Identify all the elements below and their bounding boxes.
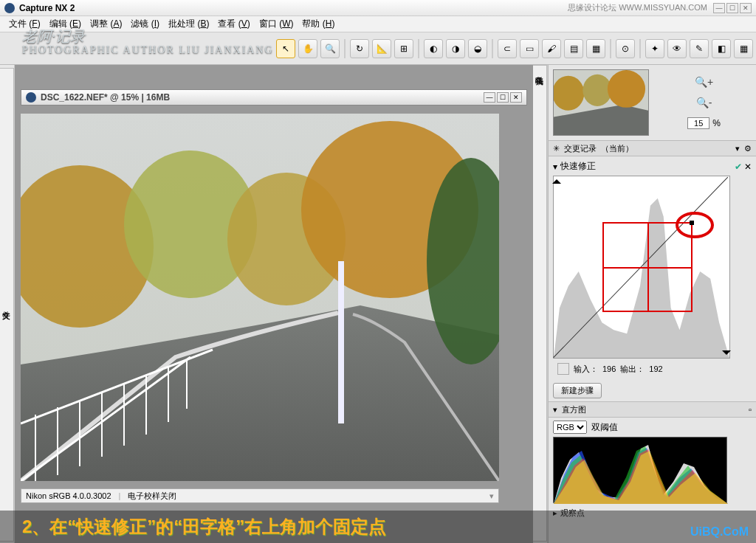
sparkle-icon: ✳ (553, 144, 560, 153)
main-area: 文件夹 浏览器 元数据 DSC_1622.NEF* @ 15% | 16MB —… (0, 65, 756, 543)
panel-menu-icon[interactable]: ▫ (749, 405, 752, 414)
menubar: 文件 (F) 编辑 (E) 调整 (A) 滤镜 (I) 批处理 (B) 查看 (… (0, 16, 756, 32)
arrow-tool[interactable]: ↖ (276, 39, 295, 58)
right-panel: 🔍+ 🔍- % ✳ 交更记录 （当前） ▾ ⚙ ▾ 快速修正 ✔ ✕ (548, 65, 756, 543)
maximize-button[interactable]: ☐ (726, 3, 738, 13)
zoom-in-icon[interactable]: 🔍+ (695, 76, 713, 88)
histogram-panel: RGB 双阈值 (549, 418, 756, 506)
black-arrow-br (722, 350, 731, 359)
newstep-row: 新建步骤 (549, 380, 756, 401)
hand-tool[interactable]: ✋ (298, 39, 317, 58)
auto-retouch-tool[interactable]: ✦ (645, 39, 664, 58)
chevron-down-icon[interactable]: ▾ (489, 491, 494, 501)
straighten-tool[interactable]: 📐 (372, 39, 391, 58)
image-view[interactable] (21, 114, 499, 481)
black-arrow-tl (552, 175, 561, 184)
brush-tool[interactable]: 🖌 (542, 39, 561, 58)
tab-birdseye[interactable]: 鸟瞰镜头 (532, 65, 547, 542)
doc-minimize[interactable]: — (484, 92, 495, 103)
right-tabs-col: 鸟瞰镜头 编辑列表 照片信息 (533, 65, 548, 543)
output-value: 192 (649, 364, 662, 373)
watermark: UiBQ.CoM (690, 525, 749, 539)
rgb-histogram (553, 437, 727, 503)
menu-help[interactable]: 帮助 (H) (298, 16, 339, 32)
status-bar: Nikon sRGB 4.0.0.3002 | 电子校样关闭 ▾ (21, 488, 499, 503)
zoom-out-icon[interactable]: 🔍- (696, 97, 712, 108)
redeye-tool[interactable]: 👁 (667, 39, 687, 58)
document-title: DSC_1622.NEF* @ 15% | 16MB (41, 92, 170, 103)
menu-batch[interactable]: 批处理 (B) (164, 16, 213, 32)
close-icon[interactable]: ✕ (744, 162, 752, 172)
channel-select[interactable]: RGB (553, 421, 587, 434)
brand-text: 思缘设计论坛 WWW.MISSYUAN.COM (568, 2, 707, 13)
svg-point-18 (553, 76, 584, 111)
close-button[interactable]: ✕ (740, 3, 752, 13)
newstep-button[interactable]: 新建步骤 (553, 383, 602, 398)
history-label: 交更记录 (564, 143, 597, 154)
menu-adjust[interactable]: 调整 (A) (86, 16, 126, 32)
pencil-icon[interactable] (557, 363, 569, 375)
curve-editor[interactable] (553, 176, 730, 359)
marquee-tool[interactable]: ▭ (520, 39, 539, 58)
control-point[interactable] (690, 221, 694, 225)
minimize-button[interactable]: — (713, 3, 725, 13)
tab-folder[interactable]: 文件夹 (0, 68, 14, 542)
selection-brush-tool[interactable]: ✎ (690, 39, 709, 58)
rotate-tool[interactable]: ↻ (350, 39, 369, 58)
neutral-point-tool[interactable]: ◒ (468, 39, 487, 58)
input-label: 输入： (574, 364, 598, 375)
gradient-tool[interactable]: ▤ (564, 39, 583, 58)
thumbnail[interactable] (553, 69, 649, 136)
io-row: 输入： 196 输出： 192 (553, 360, 752, 378)
selection-fill-tool[interactable]: ▦ (734, 39, 753, 58)
gear-icon[interactable]: ⚙ (744, 144, 752, 153)
svg-point-19 (583, 75, 611, 106)
app-icon (4, 3, 15, 13)
selection-gradient-tool[interactable]: ◧ (712, 39, 731, 58)
annotation-text: 2、在“快速修正”的“田字格”右上角加个固定点 (22, 515, 386, 539)
menu-window[interactable]: 窗口 (W) (255, 16, 298, 32)
svg-point-20 (608, 70, 645, 108)
expand-icon[interactable]: ▾ (553, 162, 557, 172)
history-header[interactable]: ✳ 交更记录 （当前） ▾ ⚙ (549, 140, 756, 156)
menu-edit[interactable]: 编辑 (E) (45, 16, 86, 32)
zoom-unit: % (712, 118, 721, 128)
crop-tool[interactable]: ⊞ (394, 39, 413, 58)
white-point-tool[interactable]: ◑ (446, 39, 465, 58)
titlebar: Capture NX 2 思缘设计论坛 WWW.MISSYUAN.COM — ☐… (0, 0, 756, 16)
canvas: DSC_1622.NEF* @ 15% | 16MB — ☐ ✕ (15, 65, 533, 543)
softproof-status: 电子校样关闭 (128, 491, 176, 502)
zoom-controls: 🔍+ 🔍- % (656, 69, 752, 136)
menu-filter[interactable]: 滤镜 (I) (126, 16, 164, 32)
doc-close[interactable]: ✕ (510, 92, 522, 103)
annotation-ellipse (676, 212, 714, 238)
fill-tool[interactable]: ▦ (586, 39, 605, 58)
history-current: （当前） (601, 143, 633, 154)
output-label: 输出： (620, 364, 645, 375)
color-profile: Nikon sRGB 4.0.0.3002 (26, 491, 111, 500)
histogram-header[interactable]: ▾ 直方图 ▫ (549, 401, 756, 418)
svg-rect-6 (338, 261, 344, 423)
annotation-banner: 2、在“快速修正”的“田字格”右上角加个固定点 UiBQ.CoM (0, 511, 756, 543)
menu-file[interactable]: 文件 (F) (4, 16, 45, 32)
document-icon (26, 92, 36, 103)
document-titlebar[interactable]: DSC_1622.NEF* @ 15% | 16MB — ☐ ✕ (21, 89, 527, 106)
expand-icon[interactable]: ▾ (553, 405, 557, 415)
quickfix-panel: ▾ 快速修正 ✔ ✕ 输入： 196 输出： 192 (549, 156, 756, 380)
dual-threshold-label: 双阈值 (591, 421, 618, 434)
left-tabs: 文件夹 浏览器 元数据 (0, 65, 15, 543)
zoom-value-input[interactable] (687, 117, 709, 129)
zoom-tool[interactable]: 🔍 (320, 39, 340, 58)
doc-maximize[interactable]: ☐ (497, 92, 509, 103)
lasso-tool[interactable]: ⊂ (498, 39, 517, 58)
app-title: Capture NX 2 (19, 3, 75, 13)
menu-view[interactable]: 查看 (V) (213, 16, 254, 32)
toolbar: ↖ ✋ 🔍 ↻ 📐 ⊞ ◐ ◑ ◒ ⊂ ▭ 🖌 ▤ ▦ ⊙ ✦ 👁 ✎ ◧ ▦ (0, 32, 756, 65)
quickfix-title: 快速修正 (560, 160, 596, 173)
input-value: 196 (602, 364, 616, 373)
control-point-tool[interactable]: ⊙ (616, 39, 635, 58)
black-point-tool[interactable]: ◐ (424, 39, 443, 58)
histogram-title: 直方图 (562, 404, 586, 415)
chevron-down-icon[interactable]: ▾ (735, 144, 740, 153)
check-icon[interactable]: ✔ (735, 162, 742, 172)
